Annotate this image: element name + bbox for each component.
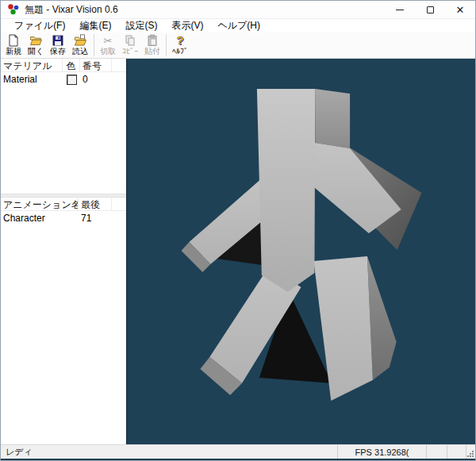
status-fps: FPS 31.9268( [337,445,426,459]
animation-row[interactable]: Character 71 [1,211,126,225]
new-document-icon [7,34,20,47]
menu-file[interactable]: ファイル(F) [7,19,72,33]
resize-grip-dots [467,451,474,457]
cut-scissors-icon: ✂ [102,34,114,47]
toolbar: 新規 開く 保存 読込 [1,33,475,59]
animation-panel: アニメーション名 最後 Character 71 [1,198,126,444]
menu-view[interactable]: 表示(V) [164,19,210,33]
animation-column-filler [112,198,126,210]
menu-settings[interactable]: 設定(S) [118,19,164,33]
svg-text:✂: ✂ [104,35,113,47]
window-controls: ✕ [385,1,475,18]
toolbar-separator [166,34,167,56]
load-label: 読込 [72,47,88,56]
toolbar-separator [94,34,94,56]
minimize-button[interactable] [385,1,415,18]
paste-label: 貼付 [144,47,160,56]
material-number: 0 [80,74,112,85]
save-button[interactable]: 保存 [47,33,69,58]
new-button[interactable]: 新規 [2,33,25,58]
copy-label: ｺﾋﾟｰ [122,47,138,56]
menu-help[interactable]: ヘルプ(H) [210,19,267,33]
menu-bar: ファイル(F) 編集(E) 設定(S) 表示(V) ヘルプ(H) [1,19,475,33]
close-button[interactable]: ✕ [445,1,475,18]
material-column-name[interactable]: マテリアル [1,59,63,71]
material-column-number[interactable]: 番号 [80,59,112,71]
new-label: 新規 [6,47,21,56]
close-icon: ✕ [456,5,465,15]
animation-last: 71 [79,213,112,224]
help-button[interactable]: ? ? ﾍﾙﾌﾟ [169,33,191,58]
material-panel: マテリアル 色 番号 Material 0 [1,59,126,194]
side-panel: マテリアル 色 番号 Material 0 アニメーション名 [1,59,126,444]
material-color-cell[interactable] [63,75,80,85]
save-label: 保存 [50,47,66,56]
load-button[interactable]: 読込 [69,33,91,58]
status-cell-empty-1 [426,445,447,459]
open-label: 開く [28,47,44,56]
figure-torso-front-face [257,89,315,292]
cut-button[interactable]: ✂ 切取 [97,33,119,58]
maximize-button[interactable] [415,1,445,18]
svg-text:?: ? [176,34,183,47]
help-question-icon: ? ? [174,34,186,47]
open-folder-icon [29,34,42,47]
title-bar: 無題 - Vixar Vision 0.6 ✕ [1,1,475,19]
save-floppy-icon [52,34,64,47]
main-area: マテリアル 色 番号 Material 0 アニメーション名 [1,59,475,444]
help-label: ﾍﾙﾌﾟ [172,47,188,56]
app-logo-icon [7,3,20,16]
copy-icon [124,34,136,47]
resize-grip[interactable] [466,445,475,459]
open-button[interactable]: 開く [25,33,47,58]
animation-name: Character [1,213,79,224]
app-window: 無題 - Vixar Vision 0.6 ✕ ファイル(F) 編集(E) 設定… [0,0,476,461]
status-ready-text: レディ [1,445,337,459]
material-row[interactable]: Material 0 [1,72,126,86]
material-column-filler [112,59,126,71]
paste-button[interactable]: 貼付 [141,33,163,58]
load-folder-icon [74,34,86,47]
animation-column-last[interactable]: 最後 [79,198,112,210]
material-color-swatch[interactable] [67,75,77,85]
paste-clipboard-icon [146,34,159,47]
material-column-color[interactable]: 色 [63,59,80,71]
cut-label: 切取 [100,47,116,56]
animation-column-name[interactable]: アニメーション名 [1,198,79,210]
material-header: マテリアル 色 番号 [1,59,126,72]
copy-button[interactable]: ｺﾋﾟｰ [119,33,141,58]
figure-head-side-face [315,89,350,148]
animation-header: アニメーション名 最後 [1,198,126,211]
material-name: Material [1,74,63,85]
status-bar: レディ FPS 31.9268( [1,444,475,459]
window-title: 無題 - Vixar Vision 0.6 [25,3,118,17]
minimize-icon [396,10,404,10]
viewport-3d[interactable] [126,59,475,444]
humanoid-model [127,59,475,444]
status-cell-empty-2 [447,445,466,459]
maximize-icon [427,6,434,13]
menu-edit[interactable]: 編集(E) [72,19,118,33]
